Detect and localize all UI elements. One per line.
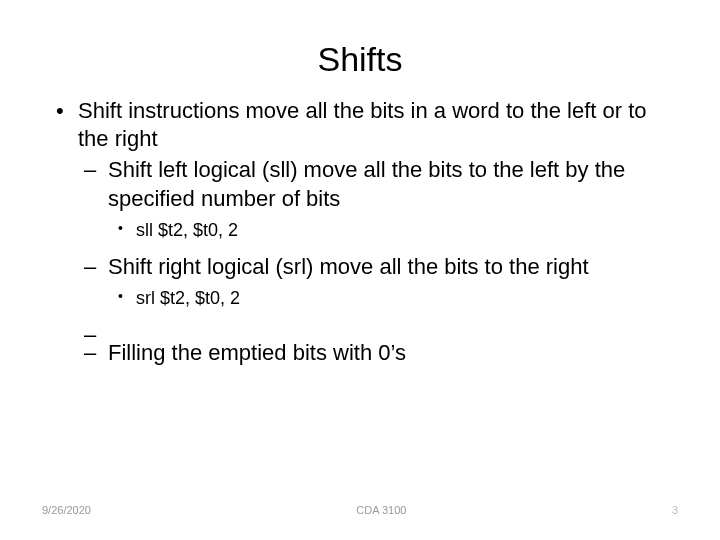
footer-course: CDA 3100	[356, 504, 406, 516]
example-sll: sll $t2, $t0, 2	[108, 219, 670, 242]
spacer	[78, 321, 670, 335]
sub-bullet-list: Shift left logical (sll) move all the bi…	[78, 156, 670, 367]
example-list: srl $t2, $t0, 2	[108, 287, 670, 310]
example-list: sll $t2, $t0, 2	[108, 219, 670, 242]
bullet-main: Shift instructions move all the bits in …	[50, 97, 670, 367]
example-srl: srl $t2, $t0, 2	[108, 287, 670, 310]
sub-bullet-sll-text: Shift left logical (sll) move all the bi…	[108, 157, 625, 211]
footer-date: 9/26/2020	[42, 504, 91, 516]
bullet-main-text: Shift instructions move all the bits in …	[78, 98, 647, 151]
sub-bullet-srl-text: Shift right logical (srl) move all the b…	[108, 254, 589, 279]
sub-bullet-srl: Shift right logical (srl) move all the b…	[78, 253, 670, 311]
slide-title: Shifts	[50, 40, 670, 79]
sub-bullet-fill: Filling the emptied bits with 0’s	[78, 339, 670, 368]
slide: Shifts Shift instructions move all the b…	[0, 0, 720, 540]
footer-page-number: 3	[672, 504, 678, 516]
footer: 9/26/2020 CDA 3100 3	[0, 504, 720, 516]
bullet-list: Shift instructions move all the bits in …	[50, 97, 670, 367]
sub-bullet-sll: Shift left logical (sll) move all the bi…	[78, 156, 670, 243]
